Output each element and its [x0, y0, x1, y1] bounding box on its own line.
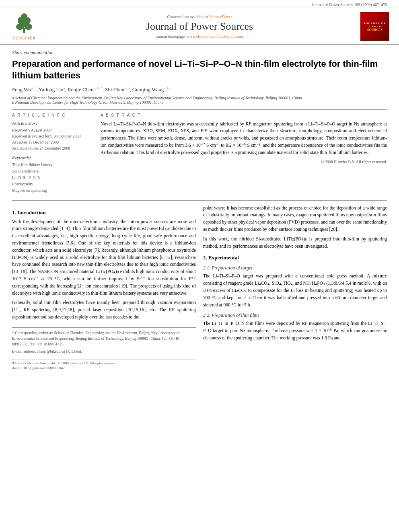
elsevier-logo: ELSEVIER — [8, 13, 40, 40]
copyright-line: © 2008 Elsevier B.V. All rights reserved… — [101, 160, 387, 164]
short-communication: Short communication — [12, 50, 387, 56]
intro-p1: With the development of the micro-electr… — [12, 218, 196, 297]
keyword-3: Li–Ti–Si–P–O–N — [12, 175, 93, 181]
intro-heading: 1. Introduction — [12, 210, 196, 216]
keywords-label: Keywords: — [12, 155, 93, 160]
sciencedirect-link[interactable]: ScienceDirect — [209, 14, 232, 19]
divider-1 — [12, 109, 387, 110]
right-col-p1: point where it has become established as… — [203, 205, 387, 233]
abstract-col: A B S T R A C T Novel Li–Ti–Si–P–O–N thi… — [101, 113, 387, 194]
keyword-4: Conductivity — [12, 181, 93, 187]
keyword-1: Thin-film lithium battery — [12, 162, 93, 168]
prep-target-heading: 2.1. Preparation of target — [203, 265, 387, 271]
authors-line: Feng Wua, b, Yadong Liua, Renjie Chena, … — [12, 86, 387, 93]
right-col-p2: In this work, the nitrided Si-substitute… — [203, 236, 387, 250]
affiliations: a School of Chemical Engineering and the… — [12, 96, 387, 105]
accepted-date: Accepted 11 December 2008 — [12, 139, 93, 145]
elsevier-wordmark: ELSEVIER — [12, 36, 36, 40]
logo-power2: POWER — [368, 25, 381, 28]
journal-title-main: Journal of Power Sources — [44, 21, 355, 33]
journal-logo-right: JOURNAL OF POWER SOURCES — [359, 12, 391, 41]
body-col-left: 1. Introduction With the development of … — [12, 205, 196, 370]
prep-target-text: The Li–Ti–Si–P–O target was prepared wit… — [203, 273, 387, 308]
contents-available: Contents lists available at ScienceDirec… — [44, 14, 355, 19]
header-section: ELSEVIER Contents lists available at Sci… — [0, 8, 399, 45]
keyword-5: Magnetron sputtering — [12, 187, 93, 194]
journal-homepage: journal homepage: www.elsevier.com/locat… — [44, 34, 355, 39]
journal-ref-bar: Journal of Power Sources 189 (2009) 467–… — [0, 0, 399, 8]
affiliation-b: b National Development Center for High T… — [12, 100, 387, 105]
journal-logo-box: JOURNAL OF POWER SOURCES — [360, 12, 389, 41]
svg-rect-0 — [23, 28, 25, 33]
abstract-text: Novel Li–Ti–Si–P–O–N thin-film electroly… — [101, 121, 387, 156]
history-label: Article history: — [12, 121, 93, 125]
abstract-header: A B S T R A C T — [101, 113, 387, 117]
prep-films-text: The Li–Ti–Si–P–O–N thin films were depos… — [203, 320, 387, 341]
received-date: Received 5 August 2008 — [12, 127, 93, 133]
journal-homepage-link[interactable]: www.elsevier.com/locate/jpowsour — [187, 34, 243, 39]
footnote-section: * Corresponding author at: School of Che… — [12, 327, 196, 354]
logo-power: JOURNAL OF — [364, 22, 386, 25]
article-content: Short communication Preparation and perf… — [0, 45, 399, 378]
logo-sources: SOURCES — [367, 28, 383, 32]
revised-date: Received in revised form 30 October 2008 — [12, 133, 93, 139]
issn-text: 0378-7753/$ – see front matter © 2008 El… — [12, 361, 117, 365]
info-dates: Article history: Received 5 August 2008 … — [12, 121, 93, 151]
corresponding-author-footnote: * Corresponding author at: School of Che… — [12, 330, 196, 347]
journal-footer: 0378-7753/$ – see front matter © 2008 El… — [12, 359, 196, 365]
available-date: Available online 24 December 2008 — [12, 145, 93, 151]
header-center: Contents lists available at ScienceDirec… — [44, 14, 355, 39]
article-info-header: A R T I C L E I N F O — [12, 113, 93, 117]
page: Journal of Power Sources 189 (2009) 467–… — [0, 0, 399, 532]
two-column-section: A R T I C L E I N F O Article history: R… — [12, 113, 387, 194]
doi-text: doi:10.1016/j.jpowsour.2008.12.042 — [12, 366, 196, 370]
body-col-right: point where it has become established as… — [203, 205, 387, 370]
svg-point-6 — [21, 13, 27, 21]
affiliation-a: a School of Chemical Engineering and the… — [12, 96, 387, 100]
article-title: Preparation and performance of novel Li–… — [12, 58, 387, 81]
body-two-col: 1. Introduction With the development of … — [12, 205, 387, 370]
journal-ref-text: Journal of Power Sources 189 (2009) 467–… — [312, 2, 387, 7]
intro-p2: Generally, solid thin-film electrolytes … — [12, 299, 196, 320]
keyword-2: Solid electrolyte — [12, 168, 93, 175]
divider-2 — [12, 200, 387, 201]
article-info-col: A R T I C L E I N F O Article history: R… — [12, 113, 93, 194]
prep-films-heading: 2.2. Preparation of thin films — [203, 312, 387, 318]
experimental-heading: 2. Experimental — [203, 255, 387, 261]
keywords-section: Keywords: Thin-film lithium battery Soli… — [12, 155, 93, 194]
email-footnote: E-mail address: chenrj@bit.edu.cn (R. Ch… — [12, 349, 196, 354]
